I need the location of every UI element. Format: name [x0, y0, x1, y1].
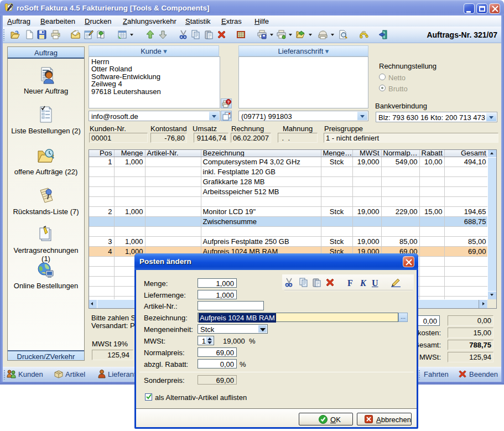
svg-text:?: ? [227, 100, 230, 104]
